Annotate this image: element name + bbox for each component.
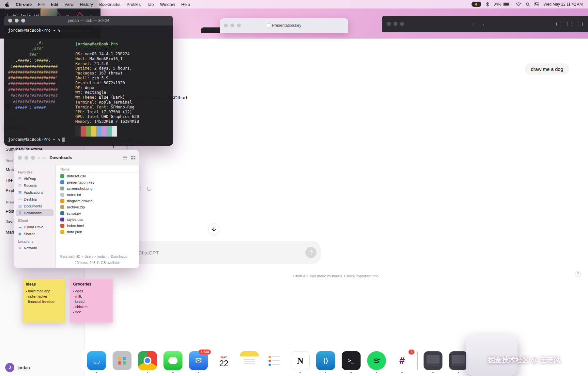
back-icon[interactable]: ‹ (472, 21, 474, 27)
sidebar-item-network[interactable]: ⊕Network (16, 244, 54, 251)
dock-divider (417, 351, 418, 370)
window-controls[interactable] (8, 19, 25, 23)
panel-icon[interactable] (578, 22, 583, 26)
finder-file-list: Name dataset.csv presentation.key screen… (56, 165, 139, 253)
column-header-name[interactable]: Name (56, 167, 139, 173)
window-preview-icon (424, 351, 442, 370)
shared-icon: ◉ (18, 232, 22, 236)
sidebar-item-downloads[interactable]: ⬇Downloads (16, 209, 54, 216)
dock-notion[interactable]: N (290, 351, 310, 371)
dock-chrome[interactable] (137, 351, 158, 371)
file-row[interactable]: screenshot.png (56, 185, 139, 191)
chrome-icon (138, 351, 157, 370)
file-row[interactable]: notes.txt (56, 191, 139, 198)
terminal-window[interactable]: jordan — -zsh — 80×24 jordan@MacBook-Pro… (4, 16, 173, 146)
calendar-icon: MAY 22 (214, 351, 233, 370)
background-dark-window[interactable]: ‹› (382, 16, 588, 32)
sidebar-item-documents[interactable]: ▤Documents (16, 203, 54, 209)
status-text: 10 items, 245.11 GB available (56, 261, 139, 265)
menu-view[interactable]: View (64, 2, 73, 7)
apple-menu-icon[interactable] (5, 2, 9, 7)
avatar: J (5, 363, 14, 372)
menu-tab[interactable]: Tab (147, 2, 154, 7)
sticky-note-groceries[interactable]: Groceries - eggs - milk - bread - chicke… (70, 279, 113, 322)
terminal-prompt: jordan@MacBook-Pro ~ % (8, 137, 60, 142)
terminal-user-host: jordan@MacBook-Pro (75, 42, 139, 47)
terminal-cursor (62, 138, 65, 142)
wifi-icon[interactable] (516, 2, 521, 6)
vscode-icon: ⟨⟩ (316, 351, 335, 370)
menu-file[interactable]: File (38, 2, 45, 7)
dock-window-preview[interactable] (448, 351, 469, 371)
presentation-title: Presentation.key (272, 23, 301, 28)
group-view-icon[interactable] (131, 156, 135, 159)
sidebar-item-shared[interactable]: ◉Shared (16, 230, 54, 237)
dock-mail[interactable]: 1,234 ✉ (188, 351, 209, 371)
reminders-icon (265, 351, 284, 370)
file-row[interactable]: archive.zip (56, 204, 139, 210)
airdrop-icon: ◎ (18, 176, 22, 181)
csv-file-icon (60, 174, 64, 178)
dock-slack[interactable]: 3 # (392, 351, 412, 371)
recording-indicator[interactable] (472, 2, 481, 7)
menu-edit[interactable]: Edit (51, 2, 58, 7)
user-account-row[interactable]: J jordan (0, 359, 85, 376)
file-row[interactable]: diagram.drawio (56, 198, 139, 204)
list-view-icon[interactable] (123, 156, 127, 159)
sidebar-item-airdrop[interactable]: ◎AirDrop (16, 175, 54, 182)
neofetch-ascii-logo: ,#. ,###' ###' .#####:':#####. :########… (8, 40, 58, 110)
slack-icon: # (393, 351, 411, 370)
sticky-note-ideas[interactable]: ideas - build mac app - indie hacker - f… (23, 279, 65, 322)
window-controls[interactable] (387, 22, 404, 26)
presentation-window-titlebar[interactable]: Presentation.key (220, 18, 348, 33)
file-row[interactable]: dataset.csv (56, 173, 139, 179)
dock-messages[interactable] (163, 351, 183, 371)
menu-profiles[interactable]: Profiles (127, 2, 141, 7)
finder-window[interactable]: ‹ › Downloads Favorites ◎AirDrop ◷Recent… (14, 150, 139, 268)
battery-status[interactable]: 84% (494, 2, 511, 7)
search-icon[interactable] (526, 2, 530, 7)
file-row[interactable]: data.json (56, 229, 139, 235)
menu-history[interactable]: History (80, 2, 93, 7)
dock-vscode[interactable]: ⟨⟩ (316, 351, 336, 371)
dock-notes[interactable] (239, 351, 259, 371)
layout-icon[interactable] (556, 22, 561, 26)
file-row[interactable]: index.html (56, 222, 139, 229)
dock-spotify[interactable] (366, 351, 387, 371)
bluetooth-icon[interactable] (486, 2, 489, 7)
dock-reminders[interactable] (265, 351, 285, 371)
html-file-icon (60, 224, 64, 228)
dock-window-preview[interactable] (423, 351, 443, 371)
forward-icon[interactable]: › (483, 21, 484, 27)
sidebar-item-icloud-drive[interactable]: ☁iCloud Drive (16, 223, 54, 230)
menu-bar: Chrome File Edit View History Bookmarks … (0, 0, 588, 8)
sidebar-item-applications[interactable]: ▦Applications (16, 189, 54, 196)
menu-help[interactable]: Help (181, 2, 190, 7)
terminal-titlebar[interactable]: jordan — -zsh — 80×24 (4, 16, 173, 25)
css-file-icon (60, 218, 64, 221)
menu-window[interactable]: Window (160, 2, 175, 7)
control-center-icon[interactable] (534, 2, 539, 6)
file-row[interactable]: styles.css (56, 216, 139, 222)
zip-file-icon (60, 205, 64, 209)
file-row[interactable]: script.py (56, 210, 139, 216)
breadcrumb[interactable]: Macintosh HD› Users› jordan› Downloads (56, 253, 139, 260)
sidebar-item-desktop[interactable]: ▭Desktop (16, 196, 54, 203)
documents-icon: ▤ (18, 204, 22, 208)
terminal-body[interactable]: jordan@MacBook-Pro ~ % ,#. ,###' ###' .#… (4, 25, 173, 146)
dock-terminal[interactable]: >_ (341, 351, 361, 371)
menu-bookmarks[interactable]: Bookmarks (99, 2, 120, 7)
dock-launchpad[interactable] (112, 351, 132, 371)
back-icon[interactable]: ‹ (38, 155, 40, 161)
menu-bar-clock[interactable]: Wed May 22 11:42 AM (544, 2, 583, 7)
dock-finder[interactable]: ◡ (86, 351, 107, 371)
forward-icon[interactable]: › (43, 155, 45, 161)
window-controls[interactable] (18, 156, 35, 160)
dock-calendar[interactable]: MAY 22 (214, 351, 234, 371)
sidebar-item-recents[interactable]: ◷Recents (16, 182, 54, 189)
active-app-name[interactable]: Chrome (16, 2, 32, 7)
file-row[interactable]: presentation.key (56, 179, 139, 185)
sidebar-section-label: Favorites (18, 171, 52, 174)
notes-icon (240, 351, 259, 370)
split-view-icon[interactable] (567, 22, 572, 26)
